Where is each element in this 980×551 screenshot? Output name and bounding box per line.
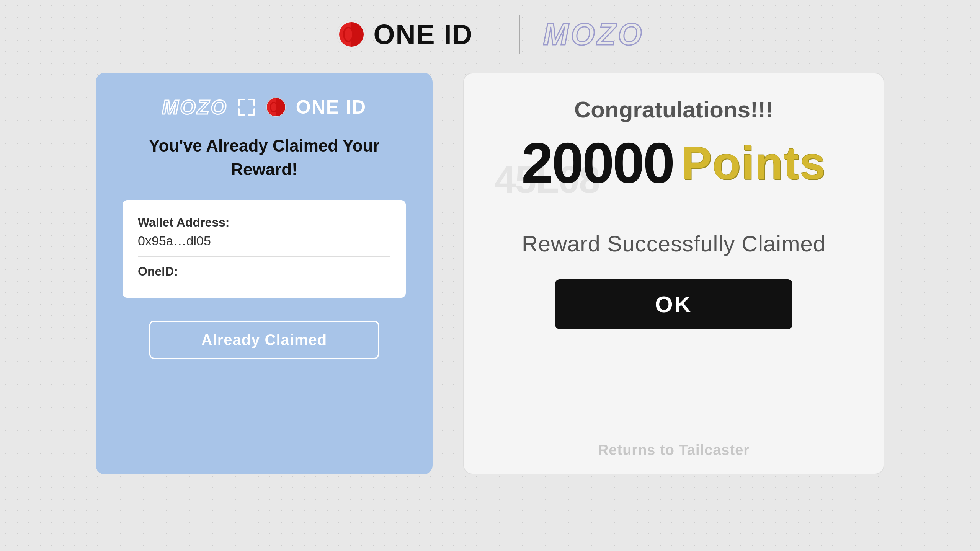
wallet-label: Wallet Address:	[138, 215, 390, 230]
mozo-header-text: MOZO	[543, 17, 644, 52]
info-divider	[138, 256, 390, 257]
one-id-brand: ONE ID	[336, 19, 496, 50]
congratulations-card: Congratulations!!! 45L08 20000 Points Re…	[463, 73, 884, 474]
oneid-label: OneID:	[138, 264, 390, 279]
points-number: 20000	[521, 134, 673, 192]
header-divider	[519, 15, 520, 54]
points-row: 20000 Points	[521, 134, 826, 192]
card-logo-row: MOZO ONE ID	[162, 96, 366, 119]
points-label: Points	[681, 140, 826, 186]
ok-button[interactable]: OK	[555, 279, 792, 329]
already-claimed-card: MOZO ONE ID	[96, 73, 433, 474]
congrats-title: Congratulations!!!	[574, 96, 773, 123]
one-id-logo-text: ONE ID	[374, 19, 473, 50]
one-id-logo-icon	[336, 19, 367, 50]
claim-title: You've Already Claimed Your Reward!	[149, 134, 379, 181]
page-header: ONE ID MOZO	[0, 0, 980, 65]
already-claimed-button[interactable]: Already Claimed	[149, 321, 379, 359]
expand-icon	[237, 98, 256, 117]
wallet-value: 0x95a…dl05	[138, 233, 390, 248]
one-id-card-text: ONE ID	[296, 96, 366, 118]
info-box: Wallet Address: 0x95a…dl05 OneID:	[122, 200, 406, 298]
returns-text: Returns to Tailcaster	[464, 442, 884, 458]
one-id-card-icon	[265, 96, 287, 118]
reward-claimed-text: Reward Successfully Claimed	[522, 231, 826, 256]
svg-point-5	[271, 103, 276, 111]
mozo-card-logo-text: MOZO	[162, 96, 228, 119]
points-divider	[495, 215, 853, 215]
main-content: MOZO ONE ID	[0, 65, 980, 482]
svg-point-2	[345, 28, 352, 41]
